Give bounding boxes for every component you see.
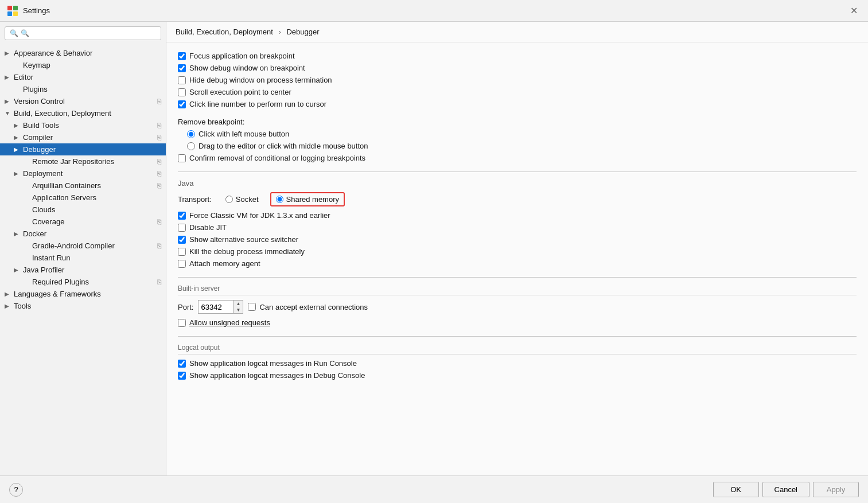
sidebar-tree: ▶ Appearance & Behavior Keymap ▶ Editor … (0, 45, 166, 475)
logcat-divider (178, 336, 857, 337)
radio-click-left-label[interactable]: Click with left mouse button (198, 130, 289, 138)
sidebar-item-editor[interactable]: ▶ Editor (0, 71, 166, 83)
sidebar-item-gradle-android[interactable]: Gradle-Android Compiler ⎘ (0, 240, 166, 252)
sidebar-item-label: Instant Run (32, 254, 161, 262)
force-classic-checkbox[interactable] (178, 212, 186, 220)
show-alt-source-label[interactable]: Show alternative source switcher (189, 235, 298, 244)
sidebar-item-appearance[interactable]: ▶ Appearance & Behavior (0, 47, 166, 59)
hide-debug-window-label[interactable]: Hide debug window on process termination (189, 76, 332, 84)
allow-unsigned-checkbox[interactable] (178, 319, 186, 327)
kill-debug-checkbox[interactable] (178, 248, 186, 256)
click-line-checkbox[interactable] (178, 100, 186, 108)
close-button[interactable]: ✕ (847, 4, 861, 17)
sidebar-item-instant-run[interactable]: Instant Run (0, 252, 166, 264)
sidebar-item-arquillian[interactable]: Arquillian Containers ⎘ (0, 180, 166, 192)
copy-icon: ⎘ (157, 278, 161, 286)
show-debug-window-checkbox[interactable] (178, 64, 186, 72)
show-alt-source-checkbox[interactable] (178, 236, 186, 244)
radio-group: Click with left mouse button Drag to the… (187, 130, 857, 150)
copy-icon: ⎘ (157, 182, 161, 190)
radio-drag-label[interactable]: Drag to the editor or click with middle … (198, 142, 368, 150)
expand-arrow: ▶ (5, 50, 14, 56)
sidebar-item-label: Required Plugins (32, 278, 155, 286)
kill-debug-row: Kill the debug process immediately (178, 247, 857, 256)
ok-button[interactable]: OK (713, 482, 759, 497)
sidebar-item-label: Build, Execution, Deployment (14, 109, 161, 118)
port-row: Port: ▲ ▼ Can accept external connection… (178, 300, 857, 314)
port-input[interactable] (198, 302, 233, 313)
logcat-run-label[interactable]: Show application logcat messages in Run … (189, 359, 357, 368)
copy-icon: ⎘ (157, 218, 161, 226)
force-classic-label[interactable]: Force Classic VM for JDK 1.3.x and earli… (189, 211, 330, 220)
sidebar-item-build-tools[interactable]: ▶ Build Tools ⎘ (0, 119, 166, 131)
disable-jit-checkbox[interactable] (178, 224, 186, 232)
sidebar-item-clouds[interactable]: Clouds (0, 204, 166, 216)
scroll-exec-checkbox[interactable] (178, 88, 186, 96)
port-spinner: ▲ ▼ (233, 301, 243, 313)
sidebar-item-label: Clouds (32, 205, 161, 214)
breadcrumb-part2: Debugger (286, 28, 319, 36)
sidebar-item-build[interactable]: ▼ Build, Execution, Deployment (0, 107, 166, 119)
search-icon: 🔍 (10, 29, 18, 37)
radio-drag-btn[interactable] (187, 142, 195, 150)
attach-memory-row: Attach memory agent (178, 259, 857, 268)
focus-app-label[interactable]: Focus application on breakpoint (189, 52, 295, 60)
sidebar-item-required-plugins[interactable]: Required Plugins ⎘ (0, 276, 166, 288)
can-accept-row: Can accept external connections (248, 303, 368, 311)
sidebar-item-tools[interactable]: ▶ Tools (0, 300, 166, 312)
disable-jit-label[interactable]: Disable JIT (189, 223, 227, 232)
scroll-exec-label[interactable]: Scroll execution point to center (189, 88, 291, 96)
sidebar-item-keymap[interactable]: Keymap (0, 59, 166, 71)
sidebar-item-coverage[interactable]: Coverage ⎘ (0, 216, 166, 228)
click-line-label[interactable]: Click line number to perform run to curs… (189, 100, 326, 108)
hide-debug-window-checkbox[interactable] (178, 76, 186, 84)
socket-label[interactable]: Socket (236, 195, 259, 204)
attach-memory-label[interactable]: Attach memory agent (189, 259, 260, 268)
scroll-exec-row: Scroll execution point to center (178, 88, 857, 96)
dialog-title: Settings (23, 6, 50, 15)
title-bar: Settings ✕ (0, 0, 868, 22)
sidebar-item-plugins[interactable]: Plugins (0, 83, 166, 95)
expand-arrow: ▶ (5, 98, 14, 104)
sidebar-item-java-profiler[interactable]: ▶ Java Profiler (0, 264, 166, 276)
focus-app-checkbox[interactable] (178, 52, 186, 60)
port-down-button[interactable]: ▼ (233, 307, 243, 313)
sidebar-item-debugger[interactable]: ▶ Debugger (0, 143, 166, 155)
apply-button[interactable]: Apply (813, 482, 859, 497)
confirm-removal-label[interactable]: Confirm removal of conditional or loggin… (189, 154, 365, 162)
copy-icon: ⎘ (157, 170, 161, 178)
sidebar-item-docker[interactable]: ▶ Docker (0, 228, 166, 240)
radio-click-left-btn[interactable] (187, 130, 195, 138)
search-box[interactable]: 🔍 (5, 26, 161, 40)
logcat-debug-checkbox[interactable] (178, 372, 186, 380)
sidebar-item-app-servers[interactable]: Application Servers (0, 192, 166, 204)
sidebar-item-languages[interactable]: ▶ Languages & Frameworks (0, 288, 166, 300)
sidebar-item-remote-jar[interactable]: Remote Jar Repositories ⎘ (0, 155, 166, 167)
app-icon (7, 5, 18, 17)
show-debug-window-label[interactable]: Show debug window on breakpoint (189, 64, 305, 72)
confirm-removal-checkbox[interactable] (178, 154, 186, 162)
sidebar-item-version-control[interactable]: ▶ Version Control ⎘ (0, 95, 166, 107)
port-up-button[interactable]: ▲ (233, 301, 243, 307)
shared-memory-label[interactable]: Shared memory (286, 195, 339, 204)
allow-unsigned-label[interactable]: Allow unsigned requests (189, 318, 270, 327)
show-debug-window-row: Show debug window on breakpoint (178, 64, 857, 72)
sidebar-item-deployment[interactable]: ▶ Deployment ⎘ (0, 167, 166, 180)
sidebar-item-compiler[interactable]: ▶ Compiler ⎘ (0, 131, 166, 143)
can-accept-checkbox[interactable] (248, 303, 256, 311)
logcat-debug-label[interactable]: Show application logcat messages in Debu… (189, 371, 365, 380)
can-accept-label[interactable]: Can accept external connections (259, 303, 368, 311)
kill-debug-label[interactable]: Kill the debug process immediately (189, 247, 305, 256)
help-button[interactable]: ? (9, 483, 23, 497)
cancel-button[interactable]: Cancel (762, 482, 809, 497)
shared-memory-radio[interactable] (276, 196, 283, 203)
java-section-header: Java (178, 179, 857, 188)
socket-radio[interactable] (225, 196, 233, 203)
copy-icon: ⎘ (157, 134, 161, 142)
logcat-run-checkbox[interactable] (178, 360, 186, 368)
search-input[interactable] (21, 29, 156, 37)
attach-memory-checkbox[interactable] (178, 260, 186, 268)
expand-arrow: ▶ (14, 231, 23, 237)
svg-rect-1 (13, 6, 18, 10)
breadcrumb-separator: › (278, 28, 281, 36)
